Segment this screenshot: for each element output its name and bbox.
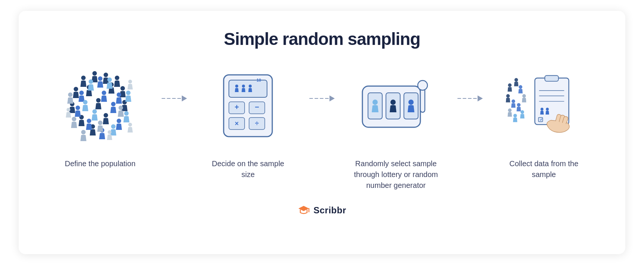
svg-text:−: −: [255, 103, 259, 111]
svg-point-19: [111, 102, 116, 106]
footer-logo-text: Scribbr: [313, 205, 346, 216]
svg-point-37: [128, 123, 132, 127]
svg-point-61: [390, 100, 396, 105]
svg-point-41: [235, 85, 238, 88]
svg-point-81: [541, 108, 544, 111]
svg-point-70: [512, 100, 515, 103]
svg-point-64: [418, 80, 427, 90]
slot-machine-icon: [355, 66, 437, 148]
people-cluster-icon: [59, 66, 141, 148]
svg-point-29: [111, 124, 116, 129]
svg-point-72: [522, 94, 526, 98]
svg-point-30: [68, 92, 73, 97]
step-random-select: Randomly select sample through lottery o…: [337, 66, 455, 191]
svg-point-33: [98, 121, 102, 125]
svg-point-74: [521, 110, 524, 114]
clipboard-collect-icon: ✓: [503, 66, 585, 148]
svg-point-12: [104, 113, 108, 118]
svg-point-82: [546, 108, 549, 111]
step-random-select-label: Randomly select sample through lottery o…: [353, 158, 439, 191]
svg-point-60: [372, 100, 378, 105]
step-population: Define the population: [41, 66, 159, 169]
step-collect: ✓ Collect data from the sample: [485, 66, 603, 180]
svg-point-71: [517, 103, 521, 107]
svg-point-3: [115, 76, 119, 80]
svg-text:÷: ÷: [255, 120, 259, 127]
svg-text:+: +: [234, 103, 239, 111]
svg-point-4: [74, 87, 78, 91]
svg-point-27: [92, 109, 97, 114]
svg-point-14: [98, 76, 102, 81]
svg-point-73: [508, 109, 512, 112]
svg-point-26: [126, 91, 131, 95]
svg-point-43: [249, 85, 252, 88]
svg-point-68: [506, 94, 510, 98]
svg-point-38: [108, 130, 111, 134]
svg-point-24: [107, 77, 112, 82]
svg-point-25: [83, 100, 88, 104]
svg-point-62: [408, 100, 414, 105]
svg-point-17: [117, 92, 121, 97]
scribbr-logo-icon: [298, 204, 310, 216]
svg-point-18: [76, 106, 80, 110]
step-population-label: Define the population: [65, 158, 135, 169]
svg-point-32: [72, 117, 76, 121]
svg-point-1: [92, 71, 97, 76]
svg-rect-63: [420, 88, 425, 112]
arrow-2: [307, 66, 337, 101]
svg-point-20: [87, 119, 91, 123]
svg-rect-40: [229, 80, 267, 97]
arrow-1: [159, 66, 189, 101]
step-sample-size: 10 + − × ÷: [189, 66, 307, 180]
svg-text:×: ×: [235, 120, 239, 127]
svg-point-67: [515, 78, 518, 82]
svg-point-28: [124, 111, 129, 116]
svg-text:✓: ✓: [540, 118, 543, 122]
svg-point-69: [519, 85, 522, 89]
svg-point-34: [81, 130, 86, 134]
footer: Scribbr: [298, 204, 346, 216]
svg-point-31: [119, 106, 123, 110]
svg-point-66: [508, 83, 512, 87]
svg-point-21: [117, 119, 121, 123]
svg-point-7: [120, 86, 125, 91]
steps-row: Define the population: [41, 66, 603, 191]
svg-point-35: [128, 80, 132, 83]
svg-rect-77: [545, 76, 558, 81]
calculator-icon: 10 + − × ÷: [207, 66, 289, 148]
dashed-arrow-1: [162, 95, 187, 101]
svg-point-75: [513, 114, 517, 118]
svg-point-16: [102, 91, 106, 95]
svg-point-0: [81, 76, 86, 80]
dashed-arrow-2: [309, 95, 335, 101]
svg-point-23: [89, 79, 93, 84]
page-title: Simple random sampling: [224, 29, 420, 49]
step-collect-label: Collect data from the sample: [501, 158, 587, 180]
svg-point-9: [96, 98, 101, 103]
svg-point-2: [104, 73, 108, 77]
svg-point-36: [67, 108, 70, 112]
arrow-3: [455, 66, 485, 101]
main-card: Simple random sampling: [19, 11, 625, 254]
dashed-arrow-3: [457, 95, 483, 101]
svg-text:10: 10: [257, 78, 261, 82]
step-sample-size-label: Decide on the sample size: [205, 158, 291, 180]
svg-point-15: [79, 91, 84, 95]
svg-point-42: [242, 85, 245, 88]
